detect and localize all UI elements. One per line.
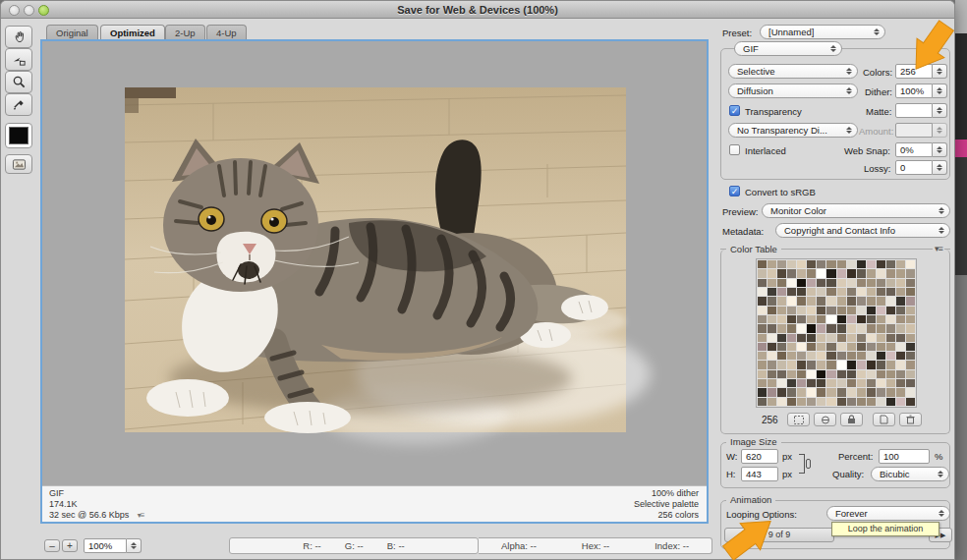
color-swatch[interactable] — [807, 334, 816, 342]
color-swatch[interactable] — [896, 307, 905, 314]
color-swatch[interactable] — [787, 307, 796, 314]
color-swatch[interactable] — [817, 269, 825, 277]
color-swatch[interactable] — [906, 288, 915, 296]
tab-optimized[interactable]: Optimized — [100, 25, 165, 40]
color-swatch[interactable] — [867, 343, 876, 351]
color-swatch[interactable] — [768, 388, 776, 396]
color-swatch[interactable] — [777, 361, 786, 368]
color-swatch[interactable] — [867, 260, 876, 268]
color-swatch[interactable] — [777, 388, 786, 396]
format-dropdown[interactable]: GIF — [734, 41, 842, 56]
color-swatch[interactable] — [877, 324, 885, 332]
tab-original[interactable]: Original — [46, 25, 98, 40]
color-swatch[interactable] — [886, 398, 895, 406]
color-swatch[interactable] — [896, 288, 905, 296]
color-swatch[interactable] — [768, 379, 776, 387]
color-swatch[interactable] — [886, 379, 895, 387]
color-swatch[interactable] — [837, 288, 846, 296]
lossy-stepper[interactable] — [933, 160, 947, 175]
color-swatch[interactable] — [906, 361, 915, 368]
color-swatch[interactable] — [857, 260, 866, 268]
color-swatch[interactable] — [847, 388, 856, 396]
color-swatch[interactable] — [847, 260, 856, 268]
color-swatch[interactable] — [906, 307, 915, 314]
color-swatch[interactable] — [867, 398, 876, 406]
color-swatch[interactable] — [826, 370, 835, 378]
color-swatch[interactable] — [857, 352, 866, 360]
color-swatch[interactable] — [877, 379, 885, 387]
color-swatch[interactable] — [886, 388, 895, 396]
minimize-window-button[interactable] — [24, 5, 34, 16]
color-swatch[interactable] — [877, 361, 885, 368]
color-swatch[interactable] — [807, 398, 816, 406]
color-swatch[interactable] — [807, 370, 816, 378]
matte-stepper[interactable] — [933, 103, 947, 118]
color-swatch[interactable] — [877, 352, 885, 360]
color-swatch[interactable] — [817, 379, 825, 387]
color-swatch[interactable] — [797, 324, 806, 332]
color-swatch[interactable] — [758, 315, 767, 323]
color-swatch[interactable] — [896, 388, 905, 396]
lock-color-button[interactable] — [840, 413, 863, 426]
color-swatch[interactable] — [837, 352, 846, 360]
color-swatch[interactable] — [837, 279, 846, 287]
color-swatch[interactable] — [777, 352, 786, 360]
color-swatch[interactable] — [886, 343, 895, 351]
color-swatch[interactable] — [797, 398, 806, 406]
color-swatch[interactable] — [896, 343, 905, 351]
color-swatch[interactable] — [896, 269, 905, 277]
color-swatch[interactable] — [777, 269, 786, 277]
color-swatch[interactable] — [886, 288, 895, 296]
color-swatch[interactable] — [857, 279, 866, 287]
color-swatch[interactable] — [807, 260, 816, 268]
color-swatch[interactable] — [837, 334, 846, 342]
color-swatch[interactable] — [777, 343, 786, 351]
color-swatch[interactable] — [807, 288, 816, 296]
color-swatch[interactable] — [867, 352, 876, 360]
color-swatch[interactable] — [807, 297, 816, 305]
color-swatch[interactable] — [758, 260, 767, 268]
color-swatch[interactable] — [877, 334, 885, 342]
color-swatch[interactable] — [857, 288, 866, 296]
color-swatch[interactable] — [758, 279, 767, 287]
color-swatch[interactable] — [826, 343, 835, 351]
color-swatch[interactable] — [758, 324, 767, 332]
close-window-button[interactable] — [9, 5, 20, 16]
color-swatch[interactable] — [886, 352, 895, 360]
preview-canvas[interactable] — [42, 41, 707, 485]
color-swatch[interactable] — [877, 315, 885, 323]
color-swatch[interactable] — [768, 352, 776, 360]
color-swatch[interactable] — [768, 370, 776, 378]
color-swatch[interactable] — [787, 324, 796, 332]
color-swatch[interactable] — [896, 352, 905, 360]
height-field[interactable]: 443 — [741, 467, 778, 481]
color-swatch[interactable] — [817, 297, 825, 305]
zoom-window-button[interactable] — [38, 5, 49, 16]
interlaced-checkbox[interactable] — [729, 144, 740, 155]
color-swatch[interactable] — [777, 297, 786, 305]
color-swatch[interactable] — [906, 297, 915, 305]
dither-method-dropdown[interactable]: Diffusion — [728, 84, 858, 98]
color-swatch[interactable] — [837, 343, 846, 351]
color-swatch[interactable] — [847, 370, 856, 378]
color-swatch[interactable] — [896, 315, 905, 323]
color-swatch[interactable] — [797, 260, 806, 268]
percent-field[interactable]: 100 — [879, 449, 930, 464]
color-swatch[interactable] — [797, 288, 806, 296]
color-swatch[interactable] — [837, 398, 846, 406]
color-swatch[interactable] — [826, 324, 835, 332]
color-swatch[interactable] — [787, 260, 796, 268]
color-swatch[interactable] — [787, 388, 796, 396]
color-swatch[interactable] — [877, 269, 885, 277]
color-swatch[interactable] — [817, 288, 825, 296]
color-swatch[interactable] — [807, 279, 816, 287]
color-swatch[interactable] — [758, 361, 767, 368]
color-swatch[interactable] — [768, 297, 776, 305]
metadata-dropdown[interactable]: Copyright and Contact Info — [775, 223, 950, 238]
color-swatch[interactable] — [758, 388, 767, 396]
color-swatch[interactable] — [777, 260, 786, 268]
color-table-panel-menu-icon[interactable]: ▾≡ — [933, 244, 944, 253]
color-swatch[interactable] — [867, 315, 876, 323]
color-swatch[interactable] — [826, 307, 835, 314]
color-swatch[interactable] — [837, 315, 846, 323]
